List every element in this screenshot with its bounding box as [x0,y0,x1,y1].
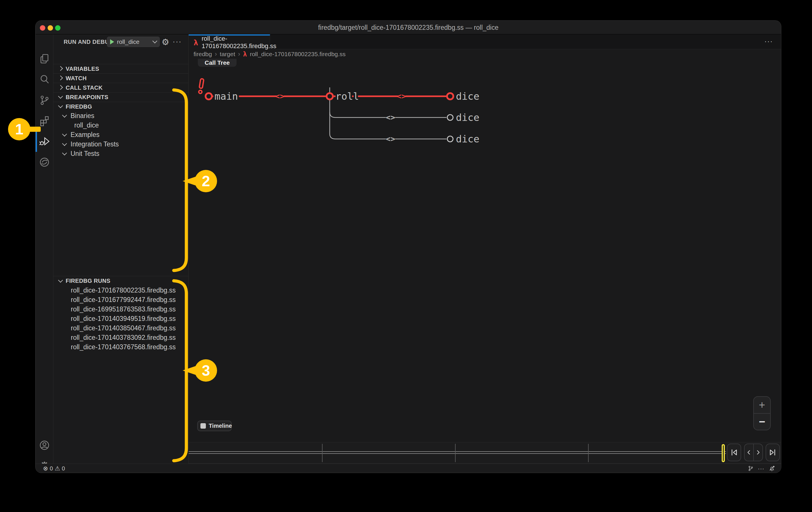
skip-to-end-button[interactable] [765,444,780,461]
call-node-circle [447,115,453,120]
tree-item-binaries[interactable]: Binaries [53,111,188,121]
status-more-icon[interactable]: ··· [758,465,764,472]
breadcrumb-separator-icon: › [215,51,217,58]
active-view-indicator [35,131,37,152]
error-count: 0 [50,465,53,472]
launch-config-dropdown[interactable]: roll_dice [107,37,160,47]
debug-settings-gear-icon[interactable]: ⚙ [160,37,171,48]
run-file-item[interactable]: roll_dice-1701403949519.firedbg.ss [53,314,188,324]
activity-bar: ⚙ [35,34,53,463]
run-file-item[interactable]: roll_dice-1701403783092.firedbg.ss [53,333,188,342]
svg-text:<>: <> [275,92,285,100]
chevron-down-icon [58,278,63,282]
account-icon[interactable] [38,439,51,452]
node-label-main: main [214,91,238,102]
tab-roll-dice-ss[interactable]: λ roll_dice-1701678002235.firedbg.ss [188,34,270,49]
skip-to-start-button[interactable] [727,444,741,461]
source-control-icon[interactable] [38,94,51,107]
section-variables[interactable]: VARIABLES [53,64,188,73]
timeline-tick [322,444,323,462]
call-tree-graph[interactable]: <> <> <> <> main roll dice dice [188,59,781,420]
warning-icon: ⚠ [55,465,60,472]
window-title: firedbg/target/roll_dice-1701678002235.f… [35,21,781,34]
problems-status[interactable]: ⊗ 0 ⚠ 0 [43,464,65,473]
annotation-badge-2: 2 [195,170,217,192]
editor-area: λ roll_dice-1701678002235.firedbg.ss ···… [188,34,781,463]
chevron-down-icon [58,103,63,108]
chevron-down-icon [58,94,63,99]
timeline-checkbox[interactable] [200,423,206,429]
firedbg-runs-section: FIREDBG RUNS roll_dice-1701678002235.fir… [53,276,188,352]
sidebar-more-actions-icon[interactable]: ··· [171,37,183,48]
section-watch[interactable]: WATCH [53,73,188,83]
run-debug-sidebar: RUN AND DEBUG roll_dice ⚙ ··· VARIABLES … [53,34,188,463]
chevron-down-icon [152,39,157,43]
run-file-item[interactable]: roll_dice-1701403767568.firedbg.ss [53,342,188,352]
annotation-badge-3: 3 [195,359,217,382]
step-forward-button[interactable] [754,448,762,457]
zoom-control: + − [753,396,771,430]
annotation-pointer-1 [29,127,41,132]
status-bar-right: ··· [748,464,775,473]
run-file-item[interactable]: roll_dice-1701678002235.firedbg.ss [53,285,188,295]
firedbg-file-icon: λ [194,38,198,47]
call-node-circle-dice [447,93,453,99]
section-call-stack[interactable]: CALL STACK [53,83,188,92]
timeline-label: Timeline [209,423,232,429]
svg-text:<>: <> [397,92,406,100]
timeline-tick [455,444,456,462]
call-node-circle-main [206,93,212,99]
error-icon: ⊗ [43,465,48,472]
run-file-item[interactable]: roll_dice-1699518763583.firedbg.ss [53,305,188,314]
breadcrumb: firedbg › target › λ roll_dice-170167800… [188,49,781,59]
explorer-icon[interactable] [38,53,51,65]
timeline-toggle[interactable]: Timeline [197,421,232,431]
tree-item-roll-dice[interactable]: roll_dice [53,121,188,130]
sidebar-header: RUN AND DEBUG roll_dice ⚙ ··· [53,34,188,49]
node-label-roll: roll [336,91,359,102]
breadcrumb-item[interactable]: roll_dice-1701678002235.firedbg.ss [250,51,346,58]
svg-text:<>: <> [386,113,396,122]
breadcrumb-item[interactable]: firedbg [194,51,212,58]
chevron-down-icon [62,141,67,146]
call-node-circle [447,136,453,142]
extensions-icon[interactable] [38,115,51,127]
svg-text:<>: <> [386,134,396,143]
tree-item-unit-tests[interactable]: Unit Tests [53,149,188,158]
zoom-in-button[interactable]: + [754,397,770,413]
section-breakpoints[interactable]: BREAKPOINTS [53,92,188,102]
start-debug-icon[interactable] [110,39,114,44]
tree-item-examples[interactable]: Examples [53,130,188,140]
firedbg-file-icon: λ [243,51,247,58]
zoom-out-button[interactable]: − [754,414,770,430]
node-label-dice: dice [456,112,480,123]
timeline-cursor[interactable] [722,444,725,462]
firedbg-icon[interactable] [38,156,51,169]
status-bar: ⊗ 0 ⚠ 0 ··· [35,463,781,473]
git-branch-icon[interactable] [748,465,754,472]
section-firedbg-runs[interactable]: FIREDBG RUNS [53,276,188,285]
step-back-button[interactable] [745,448,753,457]
run-file-item[interactable]: roll_dice-1701403850467.firedbg.ss [53,324,188,333]
section-firedbg[interactable]: FIREDBG [53,102,188,111]
app-window: firedbg/target/roll_dice-1701678002235.f… [35,21,781,473]
step-buttons [744,444,763,461]
title-bar: firedbg/target/roll_dice-1701678002235.f… [35,21,781,34]
timeline-strip[interactable] [188,442,781,463]
warning-count: 0 [62,465,65,472]
sidebar-title: RUN AND DEBUG [64,39,114,45]
chevron-right-icon [58,66,63,71]
breadcrumb-item[interactable]: target [220,51,235,58]
chevron-down-icon [62,150,67,155]
search-icon[interactable] [38,73,51,86]
chevron-down-icon [62,131,67,137]
run-and-debug-icon[interactable] [38,135,51,148]
tree-item-integration-tests[interactable]: Integration Tests [53,140,188,149]
run-file-item[interactable]: roll_dice-1701677992447.firedbg.ss [53,295,188,305]
node-label-dice: dice [456,133,480,145]
launch-config-value: roll_dice [117,38,153,45]
notifications-bell-icon[interactable] [768,465,775,472]
editor-more-actions-icon[interactable]: ··· [764,34,773,49]
debug-panel-sections: VARIABLES WATCH CALL STACK BREAKPOINTS F… [53,64,188,158]
tab-bar: λ roll_dice-1701678002235.firedbg.ss ··· [188,34,781,49]
